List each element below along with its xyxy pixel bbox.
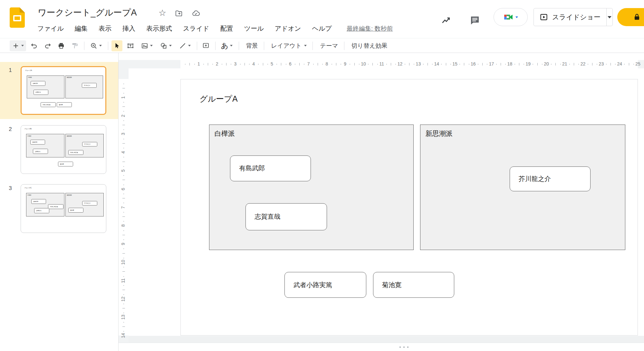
- slide-title-shape[interactable]: グループA: [25, 70, 32, 71]
- filmstrip-drag-handle[interactable]: [399, 346, 409, 348]
- group-shape[interactable]: 白樺派: [26, 134, 64, 157]
- name-card-shape[interactable]: 菊池寛: [373, 272, 454, 298]
- name-card-shape[interactable]: 菊池寛: [57, 102, 72, 107]
- name-card-shape[interactable]: 有島武郎: [30, 140, 45, 145]
- group-shape[interactable]: 白樺派: [27, 75, 64, 98]
- name-card-shape[interactable]: 武者小路実篤: [284, 272, 366, 298]
- name-card-shape[interactable]: 武者小路実篤: [68, 150, 83, 155]
- zoom-button[interactable]: [88, 40, 104, 51]
- slide-thumbnail-row-2[interactable]: 2 グループB白樺派有島武郎志賀直哉新思潮派芥川龍之介武者小路実篤菊池寛: [0, 121, 118, 178]
- name-card-shape[interactable]: 志賀直哉: [34, 90, 48, 95]
- group-label: 白樺派: [26, 193, 64, 196]
- slide-title-shape[interactable]: グループC: [24, 187, 32, 189]
- menu-item-view[interactable]: 表示: [98, 24, 112, 34]
- text-box-button[interactable]: [125, 40, 136, 51]
- workspace[interactable]: グループA白樺派有島武郎志賀直哉新思潮派芥川龍之介武者小路実篤菊池寛: [129, 68, 644, 343]
- insert-comment-button[interactable]: [200, 40, 211, 51]
- menu-item-edit[interactable]: 編集: [74, 24, 88, 34]
- meet-dropdown-icon[interactable]: [515, 16, 518, 18]
- h-ruler-mark: [222, 64, 222, 65]
- line-dropdown-icon[interactable]: [188, 45, 191, 46]
- name-card-shape[interactable]: 菊池寛: [68, 208, 83, 213]
- h-ruler-mark: [446, 63, 446, 65]
- layout-button[interactable]: レイアウト: [267, 40, 311, 51]
- slide-thumbnail-row-3[interactable]: 3 グループC白樺派有島武郎武者小路実篤志賀直哉新思潮派芥川龍之介菊池寛: [0, 180, 118, 237]
- v-ruler-mark: [122, 198, 125, 198]
- slides-logo[interactable]: [10, 7, 25, 28]
- star-icon[interactable]: ☆: [159, 9, 166, 17]
- new-slide-button[interactable]: [10, 40, 26, 51]
- move-folder-icon[interactable]: [175, 9, 183, 17]
- transition-button[interactable]: 切り替え効果: [348, 40, 391, 51]
- menu-item-tools[interactable]: ツール: [244, 24, 264, 34]
- slide-thumbnail-1[interactable]: グループA白樺派有島武郎志賀直哉新思潮派芥川龍之介武者小路実篤菊池寛: [21, 66, 106, 115]
- slide-thumbnail-3[interactable]: グループC白樺派有島武郎武者小路実篤志賀直哉新思潮派芥川龍之介菊池寛: [21, 184, 106, 233]
- theme-button[interactable]: テーマ: [316, 40, 342, 51]
- slide-title-shape[interactable]: グループA: [199, 94, 237, 104]
- meet-button[interactable]: [494, 8, 528, 26]
- v-ruler-mark: [122, 125, 125, 125]
- name-card-shape[interactable]: 武者小路実篤: [48, 204, 63, 209]
- select-cursor-button[interactable]: [111, 40, 122, 51]
- vertical-ruler: 1234567891011121314: [119, 60, 129, 343]
- menu-item-format[interactable]: 表示形式: [146, 24, 173, 34]
- menu-item-help[interactable]: ヘルプ: [312, 24, 332, 34]
- h-ruler-mark: [423, 64, 424, 65]
- slideshow-dropdown[interactable]: [606, 8, 612, 26]
- slide-title-shape[interactable]: グループB: [24, 128, 32, 130]
- name-card-shape[interactable]: 芥川龍之介: [82, 83, 97, 87]
- menu-item-addons[interactable]: アドオン: [274, 24, 302, 34]
- name-card-shape[interactable]: 志賀直哉: [34, 208, 49, 213]
- insert-shape-button[interactable]: [158, 40, 174, 51]
- slide-thumbnail-row-1[interactable]: 1 グループA白樺派有島武郎志賀直哉新思潮派芥川龍之介武者小路実篤菊池寛: [0, 62, 118, 119]
- name-card-shape[interactable]: 志賀直哉: [33, 149, 48, 154]
- name-card-shape[interactable]: 志賀直哉: [245, 203, 327, 230]
- redo-button[interactable]: [42, 40, 53, 51]
- h-ruler-mark: [432, 64, 433, 65]
- background-button[interactable]: 背景: [242, 40, 262, 51]
- h-ruler-mark: [189, 63, 190, 65]
- name-card-shape[interactable]: 芥川龍之介: [82, 142, 97, 147]
- meet-icon: [504, 13, 513, 21]
- slide-canvas[interactable]: グループA白樺派有島武郎志賀直哉新思潮派芥川龍之介武者小路実篤菊池寛: [180, 79, 638, 336]
- name-card-shape[interactable]: 武者小路実篤: [41, 102, 56, 107]
- image-dropdown-icon[interactable]: [150, 45, 153, 46]
- h-ruler-mark: [542, 64, 543, 65]
- insert-line-button[interactable]: [177, 40, 193, 51]
- print-button[interactable]: [56, 40, 67, 51]
- name-card-shape[interactable]: 芥川龍之介: [82, 201, 97, 206]
- h-ruler-mark: [203, 64, 204, 65]
- slide-thumbnail-2[interactable]: グループB白樺派有島武郎志賀直哉新思潮派芥川龍之介武者小路実篤菊池寛: [21, 125, 106, 174]
- name-card-shape[interactable]: 芥川龍之介: [510, 166, 591, 192]
- name-card-shape[interactable]: 菊池寛: [58, 162, 73, 166]
- h-ruler-mark: [482, 63, 483, 65]
- name-card-shape[interactable]: 有島武郎: [31, 81, 45, 86]
- menu-item-slide[interactable]: スライド: [182, 24, 210, 34]
- new-slide-dropdown-icon[interactable]: [21, 45, 24, 46]
- insert-image-button[interactable]: [139, 40, 155, 51]
- shape-dropdown-icon[interactable]: [169, 45, 172, 46]
- paint-format-button[interactable]: [69, 40, 80, 51]
- activity-dashboard-icon[interactable]: [439, 14, 453, 26]
- menu-item-file[interactable]: ファイル: [37, 24, 64, 34]
- share-button[interactable]: [617, 8, 644, 26]
- h-ruler-mark: [332, 64, 332, 65]
- group-shape[interactable]: 白樺派: [209, 125, 414, 250]
- h-ruler-mark: 1: [195, 61, 202, 66]
- comments-icon[interactable]: [468, 14, 482, 26]
- zoom-dropdown-icon[interactable]: [99, 45, 102, 46]
- undo-button[interactable]: [29, 40, 40, 51]
- name-card-shape[interactable]: 有島武郎: [31, 199, 46, 204]
- menu-item-arrange[interactable]: 配置: [220, 24, 234, 34]
- group-label: 新思潮派: [66, 193, 103, 196]
- slideshow-button[interactable]: スライドショー: [533, 8, 613, 26]
- furigana-dropdown-icon[interactable]: [230, 45, 233, 46]
- furigana-button[interactable]: あ: [219, 40, 235, 51]
- last-edit-link[interactable]: 最終編集: 数秒前: [347, 25, 393, 33]
- h-ruler-mark: [405, 64, 405, 65]
- lock-icon: [633, 13, 641, 21]
- cloud-saved-icon[interactable]: [191, 9, 200, 17]
- document-title[interactable]: ワークシート_グループA: [38, 7, 137, 18]
- name-card-shape[interactable]: 有島武郎: [230, 155, 311, 181]
- menu-item-insert[interactable]: 挿入: [122, 24, 136, 34]
